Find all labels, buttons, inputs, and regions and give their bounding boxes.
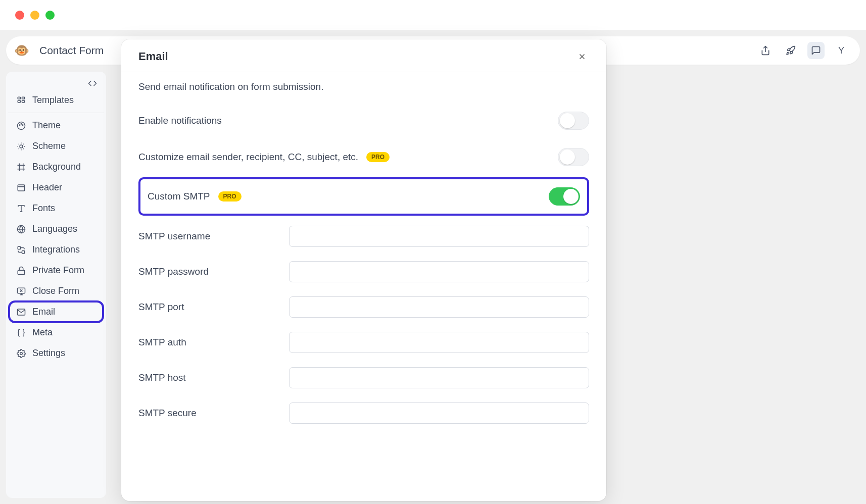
sidebar-item-close-form[interactable]: Close Form xyxy=(8,281,104,301)
sidebar-item-theme[interactable]: Theme xyxy=(8,115,104,136)
svg-rect-3 xyxy=(18,100,20,103)
svg-line-16 xyxy=(19,148,19,149)
sidebar-item-label: Meta xyxy=(32,327,53,338)
svg-point-7 xyxy=(21,123,22,124)
sidebar-item-languages[interactable]: Languages xyxy=(8,219,104,239)
svg-point-37 xyxy=(20,352,23,355)
smtp-host-label: SMTP host xyxy=(138,372,289,383)
divider xyxy=(8,113,104,113)
smtp-auth-label: SMTP auth xyxy=(138,337,289,348)
modal-title: Email xyxy=(138,50,168,63)
smtp-password-row: SMTP password xyxy=(138,254,589,289)
sidebar-item-templates[interactable]: Templates xyxy=(8,90,104,111)
gear-icon xyxy=(16,349,26,358)
avatar-letter[interactable]: Y xyxy=(833,42,850,59)
smtp-username-row: SMTP username xyxy=(138,219,589,254)
custom-smtp-label: Custom SMTP xyxy=(148,191,210,202)
smtp-secure-input[interactable] xyxy=(289,402,589,424)
sidebar-item-integrations[interactable]: Integrations xyxy=(8,239,104,260)
customize-email-row: Customize email sender, recipient, CC, s… xyxy=(138,139,589,175)
sidebar-item-scheme[interactable]: Scheme xyxy=(8,136,104,157)
smtp-port-label: SMTP port xyxy=(138,301,289,313)
sidebar-item-label: Email xyxy=(32,307,55,317)
sidebar-item-label: Fonts xyxy=(32,203,55,214)
modal-body[interactable]: Send email notification on form submissi… xyxy=(121,72,606,443)
enable-notifications-toggle[interactable] xyxy=(558,112,589,130)
braces-icon xyxy=(16,328,26,337)
sidebar-item-settings[interactable]: Settings xyxy=(8,343,104,364)
smtp-secure-label: SMTP secure xyxy=(138,408,289,419)
modal-header: Email xyxy=(121,39,606,72)
sidebar-item-private-form[interactable]: Private Form xyxy=(8,260,104,281)
comment-icon[interactable] xyxy=(807,42,825,59)
enable-notifications-row: Enable notifications xyxy=(138,103,589,139)
smtp-host-input[interactable] xyxy=(289,367,589,388)
app-logo-icon: 🐵 xyxy=(13,42,30,59)
smtp-port-row: SMTP port xyxy=(138,289,589,325)
smtp-port-input[interactable] xyxy=(289,296,589,318)
smtp-host-row: SMTP host xyxy=(138,360,589,395)
svg-line-13 xyxy=(23,148,24,149)
form-title: Contact Form xyxy=(39,44,104,57)
svg-rect-28 xyxy=(18,246,20,249)
svg-rect-29 xyxy=(22,250,25,253)
pro-badge: PRO xyxy=(218,191,242,201)
sidebar-item-fonts[interactable]: Fonts xyxy=(8,198,104,219)
smtp-secure-row: SMTP secure xyxy=(138,395,589,431)
svg-point-9 xyxy=(20,145,23,148)
email-settings-modal: Email Send email notification on form su… xyxy=(121,39,606,501)
mail-icon xyxy=(16,308,26,317)
smtp-password-input[interactable] xyxy=(289,261,589,282)
svg-rect-22 xyxy=(18,185,25,191)
smtp-auth-input[interactable] xyxy=(289,332,589,353)
window-zoom-icon[interactable] xyxy=(45,11,55,20)
smtp-username-label: SMTP username xyxy=(138,231,289,242)
integrations-icon xyxy=(16,245,26,255)
sidebar-item-meta[interactable]: Meta xyxy=(8,322,104,343)
custom-smtp-row: Custom SMTP PRO xyxy=(138,177,589,216)
sidebar-item-label: Private Form xyxy=(32,265,84,276)
sidebar: Templates Theme Scheme Background xyxy=(6,72,106,498)
rocket-icon[interactable] xyxy=(782,42,799,59)
sidebar-item-email[interactable]: Email xyxy=(10,303,102,321)
svg-point-8 xyxy=(22,124,23,125)
sidebar-item-label: Theme xyxy=(32,120,61,131)
svg-rect-2 xyxy=(22,97,25,99)
pro-badge: PRO xyxy=(366,152,390,162)
close-icon[interactable] xyxy=(575,49,589,64)
type-icon xyxy=(16,204,26,213)
smtp-auth-row: SMTP auth xyxy=(138,325,589,360)
sidebar-item-label: Settings xyxy=(32,348,65,359)
sidebar-item-header[interactable]: Header xyxy=(8,177,104,198)
svg-rect-4 xyxy=(22,100,25,103)
svg-point-6 xyxy=(19,124,20,125)
custom-smtp-toggle[interactable] xyxy=(549,187,580,206)
smtp-username-input[interactable] xyxy=(289,226,589,247)
sidebar-item-label: Templates xyxy=(32,95,74,106)
enable-notifications-label: Enable notifications xyxy=(138,115,222,126)
sidebar-item-label: Integrations xyxy=(32,244,80,255)
palette-icon xyxy=(16,121,26,130)
modal-subtitle: Send email notification on form submissi… xyxy=(138,81,589,92)
globe-icon xyxy=(16,225,26,234)
sidebar-item-label: Background xyxy=(32,162,81,172)
sun-icon xyxy=(16,142,26,151)
monitor-x-icon xyxy=(16,287,26,296)
templates-icon xyxy=(16,96,26,105)
smtp-password-label: SMTP password xyxy=(138,266,289,277)
frame-icon xyxy=(16,163,26,172)
svg-rect-30 xyxy=(18,270,25,274)
share-icon[interactable] xyxy=(757,42,774,59)
header-icon xyxy=(16,183,26,192)
code-icon[interactable] xyxy=(88,79,97,88)
window-titlebar xyxy=(0,0,866,30)
customize-email-toggle[interactable] xyxy=(558,148,589,166)
sidebar-item-label: Close Form xyxy=(32,286,79,296)
svg-rect-1 xyxy=(18,97,20,99)
sidebar-item-label: Scheme xyxy=(32,141,66,152)
sidebar-item-label: Languages xyxy=(32,224,77,234)
sidebar-item-label: Header xyxy=(32,182,62,193)
window-close-icon[interactable] xyxy=(15,11,24,20)
window-minimize-icon[interactable] xyxy=(30,11,39,20)
sidebar-item-background[interactable]: Background xyxy=(8,157,104,177)
